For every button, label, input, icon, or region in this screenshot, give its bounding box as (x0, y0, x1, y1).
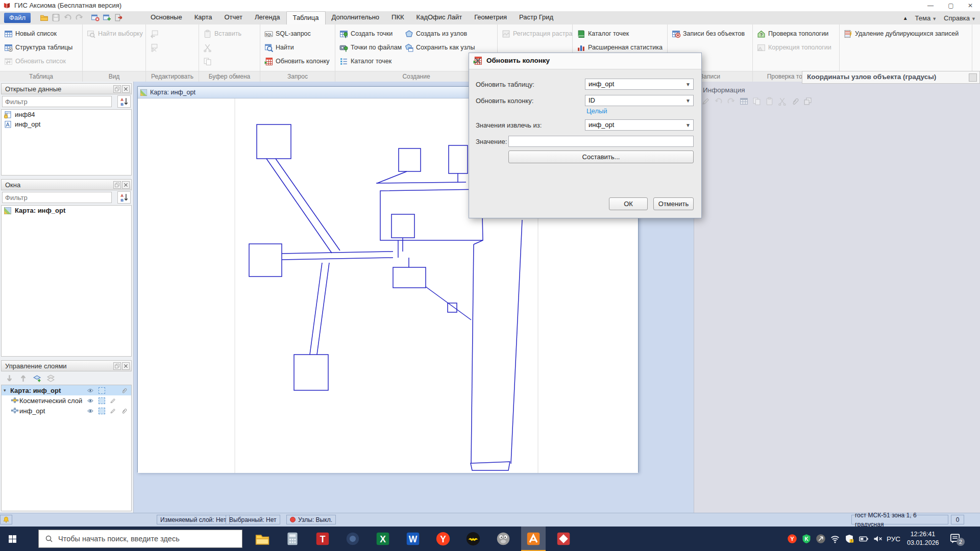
tab-КадОфис Лайт[interactable]: КадОфис Лайт (410, 11, 469, 24)
ribbon-button-records[interactable]: Записи без объектов (672, 28, 745, 39)
collapse-ribbon-icon[interactable]: ▲ (903, 15, 908, 21)
tab-Легенда[interactable]: Легенда (249, 11, 286, 24)
minimize-button[interactable]: — (923, 1, 938, 10)
ribbon-button-book-green[interactable]: Каталог точек (577, 28, 663, 39)
layer-selectable-checkbox[interactable] (96, 396, 107, 405)
windows-filter-input[interactable] (2, 192, 112, 203)
layer-row[interactable]: инф_opt (2, 406, 131, 416)
undo-icon[interactable] (63, 13, 72, 22)
open-folder-icon[interactable] (40, 13, 48, 22)
pencil-icon[interactable] (109, 408, 117, 414)
tab-Отчет[interactable]: Отчет (218, 11, 249, 24)
tray-kasp-icon[interactable]: K (801, 534, 812, 544)
float-panel-icon[interactable] (113, 85, 121, 93)
close-panel-icon[interactable] (122, 181, 130, 189)
cancel-button[interactable]: Отменить (653, 197, 694, 210)
taskbar-app-red-app[interactable] (551, 527, 576, 551)
ribbon-button-refresh[interactable]: Обновить список (4, 56, 72, 67)
layers-icon[interactable] (46, 374, 55, 383)
tab-ПКК[interactable]: ПКК (385, 11, 410, 24)
save-icon[interactable] (52, 13, 60, 22)
sort-ab-icon[interactable]: AB (117, 191, 131, 204)
tray-wifi-icon[interactable] (830, 534, 840, 544)
tab-Карта[interactable]: Карта (188, 11, 218, 24)
tray-shield-icon[interactable]: ! (844, 534, 854, 544)
scissors-icon[interactable] (778, 97, 787, 106)
clip-icon[interactable] (791, 97, 799, 106)
ribbon-button-table-struct[interactable]: Структура таблицы (4, 42, 72, 53)
close-panel-icon[interactable] (122, 85, 130, 93)
exit-icon[interactable] (114, 13, 123, 22)
value-input[interactable] (508, 136, 694, 147)
ribbon-button-nodes-save[interactable]: Сохранить как узлы (405, 42, 475, 53)
layer-selectable-checkbox[interactable] (96, 386, 107, 394)
pencil-icon[interactable] (109, 397, 117, 404)
ribbon-button-pts-create[interactable]: Создать точки (339, 28, 402, 39)
float-icon[interactable] (803, 97, 812, 106)
start-button[interactable] (0, 527, 24, 551)
clip-icon[interactable] (120, 408, 128, 414)
sort-ab-icon[interactable]: AB (117, 95, 131, 108)
add-layer-icon[interactable] (33, 374, 41, 383)
tray-speaker-icon[interactable] (873, 534, 883, 544)
layer-row[interactable]: Косметический слой (2, 395, 131, 406)
list-item[interactable]: Карта: инф_opt (2, 206, 131, 215)
ribbon-button-find-sel[interactable]: Найти выборку (87, 28, 143, 39)
status-selected[interactable]: Выбранный: Нет (226, 515, 280, 524)
tray-yandex-icon[interactable]: Y (787, 534, 797, 544)
tab-Таблица[interactable]: Таблица (286, 11, 326, 24)
eye-icon[interactable] (86, 408, 94, 414)
taskbar-clock[interactable]: 12:26:41 03.01.2026 (907, 530, 939, 547)
close-table-icon[interactable] (91, 13, 100, 22)
ribbon-button-pts-files[interactable]: Точки по файлам (339, 42, 402, 53)
ribbon-button-dedup[interactable]: Удаление дублирующихся записей (844, 28, 959, 39)
ribbon-button-topo-fix[interactable]: Коррекция топологии (757, 42, 831, 53)
coords-panel-header[interactable]: Координаты узлов объекта (градусы) (802, 71, 980, 84)
tab-Растр Грид[interactable]: Растр Грид (513, 11, 559, 24)
new-window-icon[interactable] (103, 13, 111, 22)
ribbon-button-topo-check[interactable]: ?Проверка топологии (757, 28, 831, 39)
ok-button[interactable]: ОК (609, 197, 648, 210)
open-data-filter-input[interactable] (2, 96, 112, 107)
ribbon-button-copy-doc[interactable] (203, 56, 241, 67)
ribbon-button-table-new[interactable]: Новый список (4, 28, 72, 39)
ribbon-button-scissors[interactable] (203, 42, 241, 53)
ribbon-button-pts-catalog[interactable]: Каталог точек (339, 56, 402, 67)
paste-icon[interactable] (765, 97, 774, 106)
list-item[interactable]: инф84 (2, 110, 131, 119)
tab-Дополнительно[interactable]: Дополнительно (326, 11, 386, 24)
table-new-icon[interactable] (740, 97, 748, 106)
values-from-combo[interactable]: инф_opt▼ (585, 119, 694, 131)
expander-icon[interactable]: ▾ (4, 388, 10, 393)
taskbar-app-bat-app[interactable] (461, 527, 485, 551)
status-editable-layer[interactable]: Изменяемый слой: Нет (157, 515, 230, 524)
layer-down-icon[interactable] (5, 374, 14, 383)
ribbon-button-sel-move[interactable] (150, 28, 159, 39)
file-menu-button[interactable]: Файл (4, 13, 31, 23)
tab-Геометрия[interactable]: Геометрия (468, 11, 513, 24)
theme-menu[interactable]: Тема▼ (915, 14, 937, 22)
taskbar-app-calculator[interactable] (280, 527, 305, 551)
taskbar-app-axioma[interactable] (521, 527, 546, 551)
layer-selectable-checkbox[interactable] (96, 407, 107, 415)
tray-battery-icon[interactable] (859, 534, 869, 544)
dialog-close-icon[interactable] (473, 56, 482, 65)
taskbar-app-word[interactable]: W (401, 527, 425, 551)
taskbar-search[interactable]: Чтобы начать поиск, введите здесь (38, 530, 242, 548)
ribbon-button-stats[interactable]: Расширенная статистика (577, 42, 663, 53)
close-panel-icon[interactable] (122, 362, 130, 370)
status-nodes[interactable]: Узлы: Выкл. (286, 515, 336, 524)
eye-icon[interactable] (86, 387, 94, 394)
ribbon-button-paste[interactable]: Вставить (203, 28, 241, 39)
language-indicator[interactable]: РУС (887, 527, 900, 551)
pencil-icon[interactable] (701, 97, 710, 106)
tray-ygrey-icon[interactable] (816, 534, 826, 544)
ribbon-button-raster[interactable]: Регистрация растра (502, 28, 572, 39)
layer-up-icon[interactable] (19, 374, 28, 383)
taskbar-app-t-app[interactable]: T (310, 527, 335, 551)
undo-icon[interactable] (714, 97, 723, 106)
ribbon-button-sel-cut[interactable] (150, 42, 159, 53)
taskbar-app-gimp[interactable] (491, 527, 516, 551)
taskbar-app-round-app[interactable] (340, 527, 365, 551)
eye-icon[interactable] (86, 397, 94, 404)
